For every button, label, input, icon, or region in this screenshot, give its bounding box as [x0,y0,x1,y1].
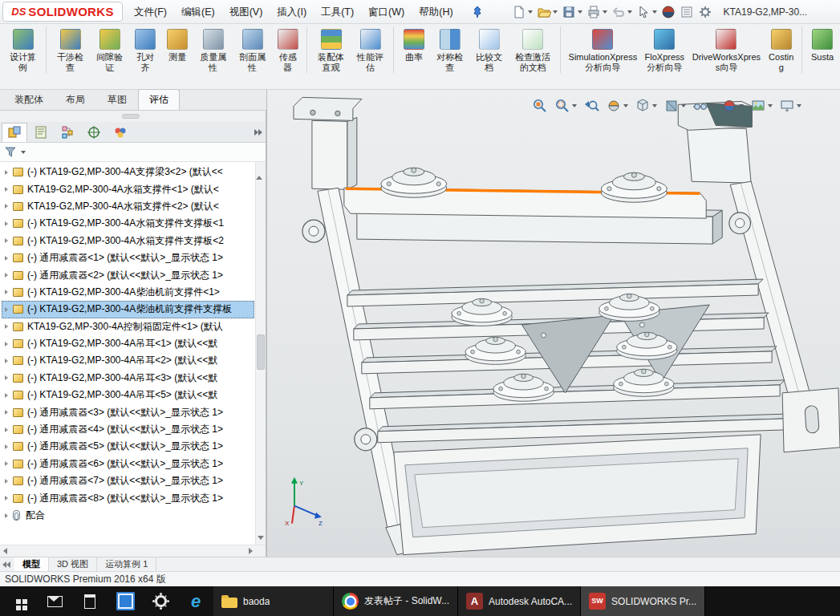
zoom-to-area-icon[interactable] [553,96,578,116]
tree-item[interactable]: (-) KTA19-G2,MP-300-4A吊耳<2> (默认<<默 [2,352,254,369]
graphics-area[interactable]: Y X Z [266,90,840,557]
pin-icon[interactable] [472,6,483,18]
hide-show-items-icon[interactable] [691,96,716,116]
save-document-icon[interactable] [560,3,584,21]
expand-arrow-icon[interactable] [5,221,8,226]
tree-item[interactable]: 配合 [2,507,254,524]
splitter-grip[interactable] [122,114,140,119]
expand-arrow-icon[interactable] [5,359,8,363]
menu-item[interactable]: 窗口(W) [361,0,412,24]
ribbon-button[interactable]: SimulationXpress分析向导 [565,26,640,73]
commandmanager-tab[interactable]: 评估 [138,89,180,110]
tree-item[interactable]: (-) 通用减震器<6> (默认<<默认>_显示状态 1> [2,456,254,472]
ribbon-button[interactable]: 孔对齐 [129,26,161,73]
ribbon-button[interactable]: Costing [764,26,802,73]
expand-arrow-icon[interactable] [5,410,8,415]
ribbon-button[interactable]: 剖面属性 [233,26,272,73]
tree-item[interactable]: (-) 通用减震器<2> (默认<<默认>_显示状态 1> [2,266,254,283]
taskbar-app-button[interactable]: 发表帖子 - SolidW... [334,586,458,616]
task-pane-icon[interactable] [678,3,696,21]
view-settings-icon[interactable] [777,96,803,116]
tree-item[interactable]: (-) 通用减震器<1> (默认<<默认>_显示状态 1> [2,249,254,266]
ribbon-button[interactable]: 装配体直观 [311,26,351,73]
tree-item[interactable]: (-) KTA19-G2,MP-300-4A吊耳<5> (默认<<默 [2,387,254,403]
zoom-to-fit-icon[interactable] [530,96,550,116]
document-tab[interactable]: 3D 视图 [49,557,97,571]
taskbar-app-button[interactable]: baoda [213,586,334,616]
ribbon-button[interactable]: 检查激活的文档 [509,26,561,73]
taskbar-pinned-icon[interactable]: e [178,586,213,616]
options-gear-icon[interactable] [696,3,714,21]
doc-tabs-overflow-chevron[interactable] [0,558,14,571]
expand-arrow-icon[interactable] [5,256,8,261]
previous-view-icon[interactable] [582,96,601,116]
apply-scene-icon[interactable] [749,96,774,116]
menu-item[interactable]: 编辑(E) [174,0,222,24]
commandmanager-tab[interactable]: 布局 [55,89,96,110]
expand-arrow-icon[interactable] [5,428,8,432]
tree-item[interactable]: KTA19-G2,MP-300-4A控制箱固定件<1> (默认 [2,318,254,335]
configuration-manager-tab[interactable] [55,123,80,142]
view-orientation-icon[interactable] [633,96,659,116]
expand-arrow-icon[interactable] [5,204,8,209]
expand-arrow-icon[interactable] [5,444,8,449]
expand-arrow-icon[interactable] [5,170,8,175]
dimxpert-manager-tab[interactable] [81,123,107,142]
document-tab[interactable]: 运动算例 1 [97,557,156,571]
ribbon-button[interactable]: 干涉检查 [51,26,90,73]
property-manager-tab[interactable] [28,123,54,142]
tree-item[interactable]: (-) KTA19-G2,MP-300-4A支撑梁3<2> (默认<< [2,164,254,180]
menu-item[interactable]: 视图(V) [222,0,270,24]
taskbar-app-button[interactable]: A Autodesk AutoCA... [458,586,581,616]
scroll-right-icon[interactable] [249,548,253,554]
tree-item[interactable]: (-) 通用减震器<4> (默认<<默认>_显示状态 1> [2,421,254,438]
expand-arrow-icon[interactable] [5,290,8,294]
expand-arrow-icon[interactable] [5,375,8,380]
ribbon-button[interactable]: 间隙验证 [90,26,129,73]
undo-icon[interactable] [610,3,634,21]
tree-item[interactable]: KTA19-G2,MP-300-4A水箱支撑件<2> (默认< [2,198,254,215]
tree-item[interactable]: (-) KTA19-G2,MP-300-4A柴油机前支撑件<1> [2,284,254,301]
open-document-icon[interactable] [535,3,559,21]
select-cursor-icon[interactable] [635,3,659,21]
menu-item[interactable]: 帮助(H) [412,0,460,24]
taskbar-pinned-icon[interactable] [108,586,143,616]
commandmanager-tab[interactable]: 装配体 [3,89,55,110]
ribbon-button[interactable]: 曲率 [398,26,430,63]
new-document-icon[interactable] [510,3,534,21]
menu-item[interactable]: 文件(F) [127,0,174,24]
solidworks-logo[interactable]: DS SOLIDWORKS [2,2,123,22]
radiator-mount-bracket-left[interactable] [294,97,362,189]
scroll-up-icon[interactable] [256,162,262,180]
scroll-down-icon[interactable] [258,536,264,540]
taskbar-app-button[interactable]: SW SOLIDWORKS Pr... [581,586,705,616]
tree-item[interactable]: (-) KTA19-G2,MP-300-4A水箱支撑件支撑板<1 [2,215,254,232]
taskbar-pinned-icon[interactable] [72,586,108,616]
tree-item[interactable]: (-) KTA19-G2,MP-300-4A柴油机前支撑件支撑板 [2,301,254,318]
tree-item[interactable]: (-) 通用减震器<7> (默认<<默认>_显示状态 1> [2,472,254,489]
tree-horizontal-scrollbar[interactable] [0,545,266,557]
expand-arrow-icon[interactable] [5,479,8,484]
expand-arrow-icon[interactable] [5,461,8,466]
expand-arrow-icon[interactable] [5,238,8,243]
taskbar-pinned-icon[interactable] [143,586,178,616]
expand-arrow-icon[interactable] [5,496,8,500]
ribbon-button[interactable]: FloXpress分析向导 [640,26,688,73]
ribbon-button[interactable]: 传感器 [272,26,307,73]
side-bracket-with-slot[interactable] [782,388,840,452]
menu-item[interactable]: 插入(I) [270,0,314,24]
ribbon-button[interactable]: Susta [806,26,838,63]
scroll-left-icon[interactable] [3,548,7,554]
expand-arrow-icon[interactable] [5,393,8,398]
ribbon-button[interactable]: 质量属性 [193,26,233,73]
expand-arrow-icon[interactable] [5,273,8,278]
ribbon-button[interactable]: 性能评估 [351,26,394,73]
expand-arrow-icon[interactable] [5,342,8,346]
ribbon-button[interactable]: DriveWorksXpress向导 [688,26,764,73]
section-view-icon[interactable] [604,96,630,116]
tree-vertical-scrollbar[interactable] [255,162,266,545]
commandmanager-tab[interactable]: 草图 [96,89,138,110]
edit-appearance-icon[interactable] [720,96,745,116]
panel-splitter[interactable] [0,111,266,122]
print-document-icon[interactable] [585,3,609,21]
